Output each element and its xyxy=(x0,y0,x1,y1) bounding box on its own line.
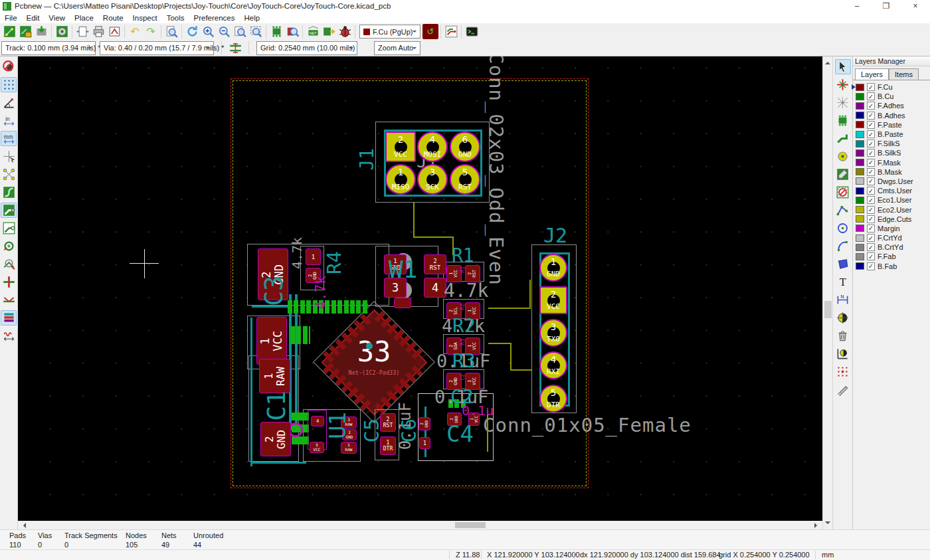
menu-tools[interactable]: Tools xyxy=(162,12,189,23)
pad[interactable]: 4 xyxy=(311,416,324,426)
add-graphic-line-icon[interactable] xyxy=(835,203,851,218)
layer-row-bmask[interactable]: B.Mask xyxy=(853,167,930,177)
router-settings-icon[interactable] xyxy=(443,24,459,39)
select-tool-icon[interactable] xyxy=(835,59,851,74)
pad[interactable]: 4 xyxy=(424,278,446,298)
layer-checkbox[interactable] xyxy=(867,92,875,100)
save-board-icon[interactable] xyxy=(33,24,49,39)
pad[interactable]: 6GND xyxy=(450,132,480,162)
pad[interactable]: 5DTR xyxy=(539,385,567,413)
pad[interactable]: 2VCC xyxy=(385,132,416,162)
net-highlight-icon[interactable] xyxy=(1,256,17,272)
layer-row-fcrtyd[interactable]: F.CrtYd xyxy=(853,233,930,242)
pad[interactable]: 1VCC xyxy=(256,317,287,365)
add-text-icon[interactable]: T xyxy=(835,274,851,290)
layer-color-swatch[interactable] xyxy=(856,177,864,185)
layer-checkbox[interactable] xyxy=(867,177,875,185)
add-via-icon[interactable] xyxy=(835,149,851,164)
pad[interactable]: 1GND xyxy=(539,254,567,282)
pad[interactable]: 4RXI xyxy=(539,351,567,379)
undo-icon[interactable]: ↶ xyxy=(127,24,143,39)
pad[interactable]: 1 xyxy=(306,248,321,265)
units-mm-icon[interactable]: mm xyxy=(1,131,17,146)
layer-row-eco1[interactable]: Eco1.User xyxy=(853,195,930,205)
drill-place-origin-icon[interactable] xyxy=(835,346,851,361)
pcb-canvas[interactable]: Conn_02x03_Odd_Even J1 J1 2VCC 4MOSI 6GN… xyxy=(18,56,822,521)
add-target-icon[interactable] xyxy=(835,310,851,326)
auto-track-width-icon[interactable] xyxy=(227,41,243,56)
layer-checkbox[interactable] xyxy=(867,130,875,138)
layer-checkbox[interactable] xyxy=(867,140,875,147)
layer-checkbox[interactable] xyxy=(867,187,875,195)
pad[interactable]: 1 xyxy=(419,437,430,449)
add-dimension-icon[interactable]: N xyxy=(835,292,851,308)
pad[interactable]: 1RAW xyxy=(341,442,357,454)
layer-color-swatch[interactable] xyxy=(856,93,864,100)
tab-items[interactable]: Items xyxy=(889,68,919,80)
layer-color-swatch[interactable] xyxy=(856,159,864,166)
local-ratsnest-tool-icon[interactable] xyxy=(835,95,851,110)
close-button[interactable]: × xyxy=(901,0,930,12)
layer-row-fcu[interactable]: F.Cu xyxy=(853,82,930,92)
layer-color-swatch[interactable] xyxy=(856,262,864,270)
drc-toggle-icon[interactable] xyxy=(1,59,17,74)
menu-help[interactable]: Help xyxy=(240,12,265,23)
layer-checkbox[interactable] xyxy=(867,206,875,214)
layer-checkbox[interactable] xyxy=(867,149,875,157)
new-board-icon[interactable] xyxy=(1,24,17,39)
add-keepout-icon[interactable] xyxy=(835,185,851,200)
layer-color-swatch[interactable] xyxy=(856,131,864,138)
zoom-out-icon[interactable] xyxy=(216,24,232,39)
grid-origin-icon[interactable] xyxy=(835,364,851,379)
units-inches-icon[interactable]: in xyxy=(1,113,17,128)
menu-view[interactable]: View xyxy=(44,12,70,23)
pad[interactable]: 5VCC xyxy=(310,442,324,453)
scroll-down-icon[interactable] xyxy=(825,521,830,527)
layer-color-swatch[interactable] xyxy=(856,234,864,242)
delete-tool-icon[interactable] xyxy=(835,328,851,343)
pad[interactable]: 3TXO xyxy=(539,319,567,347)
redo-icon[interactable]: ↷ xyxy=(143,24,159,39)
layer-row-ffab[interactable]: F.Fab xyxy=(853,252,930,261)
add-arc-icon[interactable] xyxy=(835,238,851,254)
print-icon[interactable] xyxy=(90,24,106,39)
pad[interactable]: 2VCC xyxy=(539,286,567,314)
layer-checkbox[interactable] xyxy=(867,159,875,167)
route-tracks-icon[interactable] xyxy=(835,131,851,146)
add-footprint-icon[interactable] xyxy=(835,113,851,128)
layer-color-swatch[interactable] xyxy=(856,102,864,110)
horizontal-scrollbar[interactable] xyxy=(18,521,822,529)
layers-manager-toggle-icon[interactable] xyxy=(1,310,17,326)
layer-row-badhes[interactable]: B.Adhes xyxy=(853,111,930,120)
pad[interactable]: 1RAW xyxy=(259,359,290,393)
layer-color-swatch[interactable] xyxy=(856,168,864,175)
pad[interactable]: 2RST xyxy=(424,254,446,274)
pad[interactable]: 3SCK xyxy=(417,164,448,195)
microwave-tools-icon[interactable] xyxy=(1,328,17,343)
layer-color-swatch[interactable] xyxy=(856,253,864,260)
menu-inspect[interactable]: Inspect xyxy=(128,12,162,23)
zoom-dropdown[interactable]: Zoom Auto xyxy=(374,41,420,55)
add-circle-icon[interactable] xyxy=(835,221,851,236)
ratsnest-visibility-icon[interactable] xyxy=(1,167,17,182)
layer-row-fpaste[interactable]: F.Paste xyxy=(853,120,930,130)
add-zone-icon[interactable] xyxy=(835,167,851,182)
layer-row-margin[interactable]: Margin xyxy=(853,224,930,233)
horizontal-scroll-thumb[interactable] xyxy=(455,522,486,528)
zoom-selection-icon[interactable] xyxy=(248,24,264,39)
layer-row-bcu[interactable]: B.Cu xyxy=(853,92,930,101)
layer-checkbox[interactable] xyxy=(867,168,875,176)
menu-route[interactable]: Route xyxy=(98,12,128,23)
ratsnest-curved-icon[interactable] xyxy=(1,185,17,200)
highlight-net-tool-icon[interactable] xyxy=(835,77,851,92)
menu-preferences[interactable]: Preferences xyxy=(189,12,239,23)
layer-color-swatch[interactable] xyxy=(856,121,864,128)
pad[interactable]: 5RST xyxy=(450,164,480,195)
layer-row-bpaste[interactable]: B.Paste xyxy=(853,130,930,139)
restore-button[interactable]: ❐ xyxy=(872,0,901,12)
layer-row-bsilks[interactable]: B.SilkS xyxy=(853,148,930,157)
layer-checkbox[interactable] xyxy=(867,262,875,270)
footprint-browser-icon[interactable] xyxy=(284,24,300,39)
open-board-icon[interactable] xyxy=(17,24,33,39)
layer-select-dropdown[interactable]: F.Cu (PgUp) xyxy=(359,25,420,39)
